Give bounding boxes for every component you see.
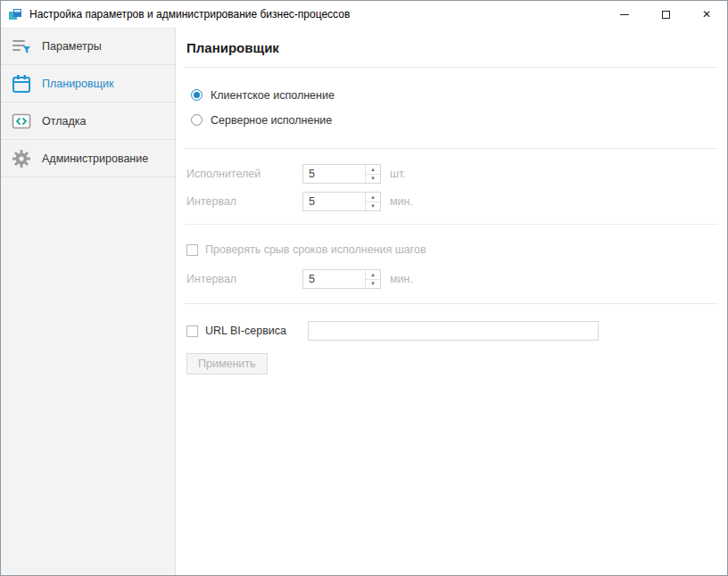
interval-main-spinner[interactable]: ▲ ▼ <box>302 192 381 211</box>
minimize-button[interactable] <box>604 1 645 28</box>
maximize-icon <box>662 11 670 19</box>
deadline-check-group: Проверять срыв сроков исполнения шагов И… <box>185 225 718 304</box>
interval-main-row: Интервал ▲ ▼ мин. <box>186 192 716 211</box>
main-panel: Планировщик Клиентское исполнение Сервер… <box>176 28 727 575</box>
maximize-button[interactable] <box>645 1 686 28</box>
spin-down-icon[interactable]: ▼ <box>366 280 380 289</box>
executors-unit: шт. <box>390 168 406 180</box>
radio-server-execution[interactable]: Серверное исполнение <box>186 111 716 129</box>
interval-check-input[interactable] <box>303 270 365 288</box>
sidebar: Параметры Планировщик <box>1 28 176 575</box>
execution-mode-group: Клиентское исполнение Серверное исполнен… <box>185 68 718 149</box>
interval-check-unit: мин. <box>390 273 413 285</box>
spinner-buttons: ▲ ▼ <box>365 270 380 288</box>
bi-url-label: URL BI-сервиса <box>205 325 286 337</box>
deadline-check-label: Проверять срыв сроков исполнения шагов <box>205 243 426 256</box>
bi-url-input[interactable] <box>308 321 599 341</box>
debug-code-icon <box>10 110 33 133</box>
interval-check-label: Интервал <box>186 273 302 285</box>
executors-input[interactable] <box>303 165 365 183</box>
sidebar-item-label: Администрирование <box>42 152 148 165</box>
radio-button-icon[interactable] <box>191 114 203 126</box>
deadline-check-row[interactable]: Проверять срыв сроков исполнения шагов <box>186 243 716 256</box>
radio-client-execution[interactable]: Клиентское исполнение <box>186 86 716 104</box>
sidebar-item-label: Планировщик <box>42 78 113 90</box>
sidebar-item-administration[interactable]: Администрирование <box>1 140 175 177</box>
executors-row: Исполнителей ▲ ▼ шт. <box>186 164 716 184</box>
spin-down-icon[interactable]: ▼ <box>366 175 380 184</box>
radio-button-icon[interactable] <box>191 89 203 101</box>
interval-main-input[interactable] <box>303 193 365 210</box>
deadline-checkbox[interactable] <box>186 244 198 256</box>
spinner-buttons: ▲ ▼ <box>365 165 380 183</box>
bi-url-row: URL BI-сервиса <box>186 321 716 341</box>
spin-down-icon[interactable]: ▼ <box>366 202 380 211</box>
app-window: Настройка параметров и администрирование… <box>0 0 728 576</box>
apply-button[interactable]: Применить <box>186 353 268 374</box>
spinner-buttons: ▲ ▼ <box>365 193 380 210</box>
spin-up-icon[interactable]: ▲ <box>366 270 380 280</box>
interval-check-row: Интервал ▲ ▼ мин. <box>186 269 716 289</box>
spin-up-icon[interactable]: ▲ <box>366 165 380 175</box>
sidebar-item-label: Параметры <box>42 40 102 53</box>
sidebar-item-debug[interactable]: Отладка <box>1 103 175 140</box>
interval-main-unit: мин. <box>390 195 413 208</box>
window-title: Настройка параметров и администрирование… <box>29 8 350 21</box>
executors-group: Исполнителей ▲ ▼ шт. Интервал <box>185 149 718 225</box>
executors-spinner[interactable]: ▲ ▼ <box>302 164 381 184</box>
close-button[interactable]: ✕ <box>686 1 727 28</box>
sidebar-item-parameters[interactable]: Параметры <box>1 28 175 65</box>
bi-url-checkbox[interactable] <box>186 325 198 337</box>
executors-label: Исполнителей <box>186 168 302 180</box>
radio-label: Серверное исполнение <box>211 114 332 127</box>
admin-gear-icon <box>10 147 33 170</box>
titlebar: Настройка параметров и администрирование… <box>1 1 727 28</box>
interval-main-label: Интервал <box>186 195 302 208</box>
window-controls: ✕ <box>604 1 727 28</box>
close-icon: ✕ <box>702 9 711 20</box>
sidebar-item-label: Отладка <box>42 115 86 128</box>
scheduler-calendar-icon <box>10 72 33 95</box>
interval-check-spinner[interactable]: ▲ ▼ <box>302 269 381 289</box>
sidebar-item-scheduler[interactable]: Планировщик <box>1 65 175 103</box>
bi-service-group: URL BI-сервиса Применить <box>185 304 718 374</box>
spin-up-icon[interactable]: ▲ <box>366 193 380 202</box>
minimize-icon <box>620 14 629 15</box>
parameters-list-icon <box>10 35 33 58</box>
radio-label: Клиентское исполнение <box>211 89 335 102</box>
app-icon <box>8 7 22 21</box>
page-title: Планировщик <box>186 40 716 55</box>
